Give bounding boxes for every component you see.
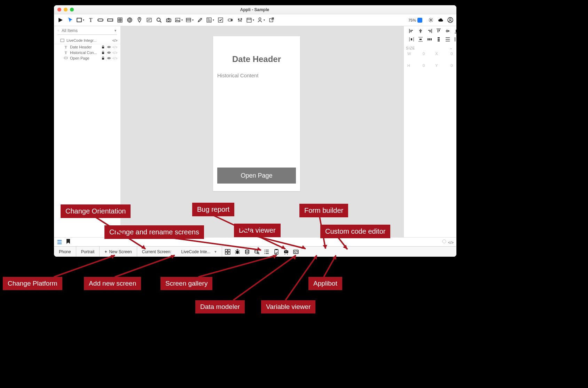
list-view-icon[interactable]	[57, 239, 62, 245]
distribute-v-icon[interactable]	[418, 37, 423, 42]
form-tool[interactable]	[205, 16, 215, 24]
svg-rect-54	[438, 39, 440, 40]
platform-selector[interactable]: Phone	[54, 247, 76, 257]
text-tool[interactable]: T	[86, 16, 95, 24]
chevron-down-icon[interactable]: ⌄	[450, 46, 453, 50]
screen-icon	[60, 38, 64, 42]
align-left-icon[interactable]	[409, 28, 414, 34]
code-icon[interactable]: </>	[113, 38, 117, 42]
x-value[interactable]: 0	[450, 52, 453, 56]
play-icon[interactable]	[56, 16, 64, 24]
search-input[interactable]	[60, 28, 114, 33]
bug-report-icon[interactable]	[235, 249, 240, 255]
eye-icon[interactable]	[107, 56, 111, 60]
tree-row-text[interactable]: T Historical Con... </>	[54, 50, 120, 55]
sliders-icon[interactable]	[236, 16, 244, 24]
canvas[interactable]: Date Header Historical Content Open Page	[121, 26, 403, 237]
align-top-icon[interactable]	[436, 28, 441, 34]
account-icon[interactable]	[446, 16, 454, 24]
variable-viewer-icon[interactable]	[264, 249, 269, 255]
chevron-down-icon: ▼	[214, 250, 217, 254]
svg-rect-42	[438, 30, 438, 32]
new-screen-button[interactable]: New Screen	[100, 247, 137, 257]
rectangle-tool[interactable]	[76, 16, 85, 24]
code-editor-icon[interactable]	[293, 249, 299, 255]
tree-row-screen[interactable]: LiveCode Integr... </>	[54, 37, 120, 44]
data-viewer-icon[interactable]	[254, 249, 260, 255]
search-dropdown-icon[interactable]: ▼	[114, 29, 117, 32]
open-page-button[interactable]: Open Page	[217, 168, 296, 184]
orientation-selector[interactable]: Portrait	[76, 247, 100, 257]
tab-icon-1[interactable]	[442, 239, 447, 245]
code-icon[interactable]: </>	[113, 51, 117, 55]
list-tool[interactable]	[185, 16, 194, 24]
distribute-hspacing-icon[interactable]	[427, 37, 432, 42]
close-button[interactable]	[57, 8, 61, 11]
data-modeler-icon[interactable]	[244, 249, 250, 255]
callout-form-builder: Form builder	[299, 204, 348, 217]
button-tool[interactable]	[96, 16, 104, 24]
align-bottom-icon[interactable]	[454, 28, 456, 34]
screen-gallery-icon[interactable]	[225, 249, 230, 255]
lock-icon[interactable]	[101, 51, 105, 55]
phone-preview: Date Header Historical Content Open Page	[213, 36, 300, 191]
external-icon[interactable]	[267, 16, 275, 24]
main-toolbar: T 75%	[54, 14, 456, 26]
align-hcenter-icon[interactable]	[418, 28, 423, 34]
tree-row-button[interactable]: Open Page </>	[54, 55, 120, 61]
form-builder-icon[interactable]	[274, 249, 279, 255]
grid-tool[interactable]	[116, 16, 124, 24]
justify-h-icon[interactable]	[445, 37, 450, 42]
svg-point-24	[430, 19, 431, 21]
chart-icon[interactable]	[145, 16, 153, 24]
eye-icon[interactable]	[107, 51, 111, 55]
toggle-icon[interactable]	[226, 16, 234, 24]
bookmark-icon[interactable]	[66, 239, 71, 246]
eye-icon[interactable]	[107, 45, 111, 49]
lock-icon[interactable]	[101, 56, 105, 60]
calendar-tool[interactable]	[245, 16, 255, 24]
search-icon[interactable]	[155, 16, 163, 24]
current-screen-selector[interactable]: LiveCode Inte... ▼	[176, 247, 222, 257]
maximize-button[interactable]	[70, 8, 74, 11]
globe-icon[interactable]	[125, 16, 134, 24]
tree-row-text[interactable]: T Date Header </>	[54, 44, 120, 50]
code-icon[interactable]: </>	[113, 45, 117, 49]
pointer-icon[interactable]	[66, 16, 74, 24]
edit-icon[interactable]	[196, 16, 204, 24]
check-icon[interactable]	[216, 16, 225, 24]
image-tool[interactable]	[174, 16, 183, 24]
zoom-display[interactable]: 75%	[406, 17, 425, 23]
svg-rect-33	[64, 57, 68, 59]
code-icon[interactable]: </>	[448, 240, 454, 245]
body-text[interactable]: Historical Content	[217, 72, 300, 78]
input-tool[interactable]	[106, 16, 114, 24]
w-value[interactable]: 0	[423, 52, 425, 56]
cloud-icon[interactable]	[436, 16, 445, 24]
svg-point-35	[109, 58, 110, 59]
svg-point-65	[265, 250, 265, 250]
applibot-icon[interactable]	[283, 249, 289, 255]
heading-text[interactable]: Date Header	[213, 54, 300, 64]
text-icon: T	[64, 45, 68, 49]
svg-point-17	[230, 19, 232, 21]
lock-icon[interactable]	[101, 45, 105, 49]
gear-icon[interactable]	[426, 16, 435, 24]
h-value[interactable]: 0	[423, 63, 425, 68]
code-icon[interactable]: </>	[113, 56, 117, 60]
align-right-icon[interactable]	[427, 28, 432, 34]
user-tool[interactable]	[256, 16, 266, 24]
distribute-h-icon[interactable]	[409, 37, 414, 42]
distribute-vspacing-icon[interactable]	[436, 37, 441, 42]
camera-icon[interactable]	[164, 16, 173, 24]
svg-rect-34	[102, 58, 104, 60]
svg-rect-28	[61, 39, 64, 42]
svg-rect-49	[420, 39, 422, 40]
align-vcenter-icon[interactable]	[445, 28, 450, 34]
svg-point-22	[259, 18, 261, 20]
justify-v-icon[interactable]	[454, 37, 456, 42]
minimize-button[interactable]	[64, 8, 68, 11]
y-value[interactable]: 0	[450, 63, 453, 68]
window-title: Appli - Sample	[74, 7, 436, 12]
pin-icon[interactable]	[135, 16, 143, 24]
